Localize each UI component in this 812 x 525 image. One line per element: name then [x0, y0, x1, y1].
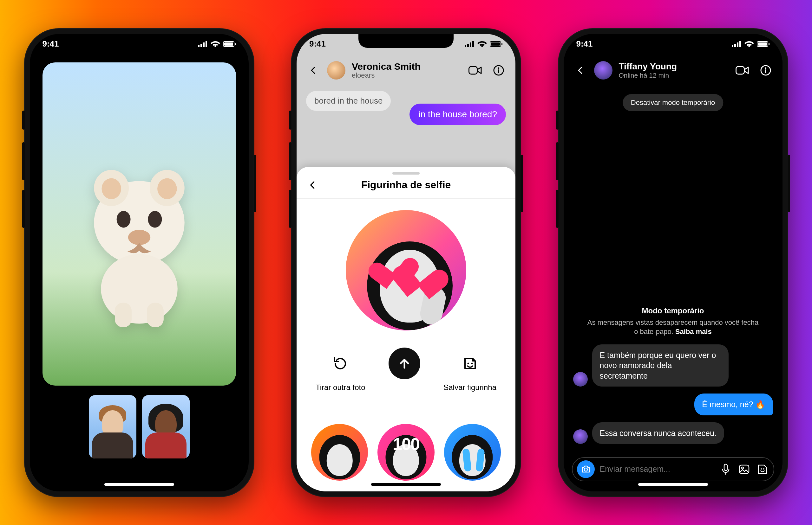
svg-point-27: [498, 67, 499, 69]
chat-name: Veronica Smith: [352, 61, 421, 72]
back-button[interactable]: [306, 63, 321, 78]
svg-rect-41: [765, 70, 766, 73]
chevron-left-icon: [309, 66, 318, 75]
phone-screen-1: 9:41: [30, 34, 249, 491]
notch: [359, 34, 453, 48]
chat-title[interactable]: Veronica Smith eloears: [352, 61, 421, 79]
back-button[interactable]: [573, 63, 588, 78]
status-time: 9:41: [43, 39, 59, 49]
video-icon: [468, 65, 482, 75]
svg-rect-36: [758, 43, 767, 46]
svg-rect-3: [205, 41, 207, 47]
sheet-back-button[interactable]: [305, 178, 320, 192]
wifi-icon: [744, 41, 754, 47]
chat-username: eloears: [352, 72, 421, 79]
video-call-main[interactable]: [43, 62, 236, 386]
svg-rect-34: [739, 41, 741, 47]
avatar[interactable]: [327, 61, 345, 79]
heart-eyes-icon: [403, 253, 439, 286]
svg-rect-0: [198, 45, 200, 47]
image-icon: [739, 464, 750, 474]
camera-button[interactable]: [577, 460, 595, 478]
video-thumbnails: [89, 395, 190, 459]
video-call-button[interactable]: [735, 63, 750, 78]
retake-button[interactable]: Tirar outra foto: [316, 348, 365, 392]
info-button[interactable]: [758, 63, 773, 78]
status-indicators: [465, 41, 503, 47]
svg-rect-23: [491, 43, 500, 46]
battery-icon: [757, 41, 770, 47]
home-indicator[interactable]: [638, 483, 708, 486]
message-outgoing: in the house bored?: [409, 104, 506, 125]
svg-rect-18: [465, 45, 466, 47]
svg-rect-6: [235, 43, 236, 45]
svg-rect-24: [502, 43, 503, 45]
svg-rect-44: [739, 465, 749, 474]
save-label: Salvar figurinha: [444, 383, 496, 392]
svg-point-11: [157, 178, 177, 199]
avatar[interactable]: [573, 372, 588, 387]
message-input[interactable]: [600, 464, 714, 474]
svg-rect-2: [203, 43, 205, 47]
save-sticker-button[interactable]: Salvar figurinha: [444, 348, 496, 392]
sticker-icon: [757, 464, 768, 475]
svg-point-29: [467, 362, 469, 364]
phone-screen-3: 9:41 Tiffany Young Online há 12 min: [564, 34, 783, 491]
participant-thumbnail-2[interactable]: [142, 395, 190, 459]
sticker-button[interactable]: [756, 463, 769, 476]
sticker-option-1[interactable]: [311, 424, 368, 481]
svg-point-13: [148, 211, 162, 228]
cellular-icon: [732, 41, 741, 47]
selfie-preview[interactable]: [346, 210, 466, 330]
status-time: 9:41: [576, 39, 593, 49]
message-outgoing: É mesmo, né? 🔥: [694, 393, 773, 415]
send-button[interactable]: [389, 348, 420, 379]
home-indicator[interactable]: [104, 483, 174, 486]
retake-label: Tirar outra foto: [316, 383, 365, 392]
chat-messages: bored in the house in the house bored?: [306, 91, 506, 125]
svg-rect-28: [498, 70, 499, 73]
video-call-button[interactable]: [468, 63, 482, 78]
vanish-title: Modo temporário: [586, 306, 760, 315]
sticker-option-2[interactable]: 100: [377, 424, 434, 481]
svg-point-14: [128, 230, 150, 245]
message-incoming: bored in the house: [306, 91, 391, 111]
info-icon: [493, 65, 504, 76]
chevron-left-icon: [308, 180, 318, 190]
avatar[interactable]: [594, 61, 612, 79]
vanish-desc: As mensagens vistas desaparecem quando v…: [588, 318, 758, 336]
svg-rect-20: [470, 43, 472, 47]
svg-point-42: [584, 468, 588, 471]
learn-more-link[interactable]: Saiba mais: [675, 328, 712, 335]
chat-name: Tiffany Young: [619, 61, 677, 72]
sticker-icon: [462, 355, 478, 372]
svg-rect-43: [724, 464, 727, 470]
chat-header: Veronica Smith eloears: [296, 56, 516, 85]
undo-icon: [332, 355, 349, 372]
svg-rect-33: [737, 43, 738, 47]
wifi-icon: [477, 41, 487, 47]
info-button[interactable]: [491, 63, 506, 78]
status-indicators: [732, 41, 770, 47]
avatar[interactable]: [573, 429, 588, 444]
status-indicators: [198, 41, 236, 47]
svg-point-30: [471, 362, 473, 364]
home-indicator[interactable]: [371, 483, 441, 486]
sticker-option-3[interactable]: [444, 424, 501, 481]
chat-title[interactable]: Tiffany Young Online há 12 min: [619, 61, 677, 79]
cellular-icon: [198, 41, 207, 47]
svg-point-45: [742, 467, 743, 469]
svg-point-15: [101, 254, 178, 324]
wifi-icon: [211, 41, 220, 47]
disable-vanish-button[interactable]: Desativar modo temporário: [623, 94, 723, 111]
svg-point-12: [116, 211, 130, 228]
info-icon: [760, 65, 771, 76]
gallery-button[interactable]: [738, 463, 751, 476]
sheet-grabber[interactable]: [392, 172, 420, 175]
notch: [92, 34, 187, 48]
phone-screen-2: 9:41 Veronica Smith eloears: [296, 34, 516, 491]
svg-point-40: [765, 67, 766, 69]
voice-button[interactable]: [719, 463, 733, 476]
chat-messages: E também porque eu quero ver o novo namo…: [573, 344, 773, 447]
participant-thumbnail-1[interactable]: [89, 395, 136, 459]
